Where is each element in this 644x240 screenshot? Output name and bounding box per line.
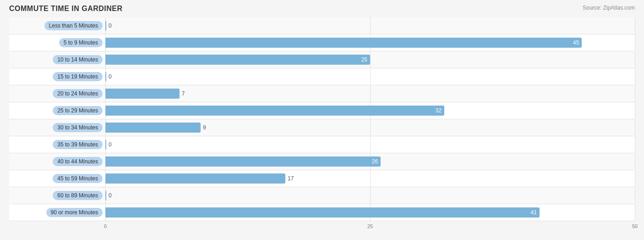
bar-area: 32 — [105, 102, 635, 119]
bar-value-label: 25 — [361, 56, 367, 63]
row-label-cell: 90 or more Minutes — [9, 208, 105, 217]
axis-row: 02550 — [9, 221, 635, 235]
row-label-cell: 35 to 39 Minutes — [9, 140, 105, 149]
table-row: 15 to 19 Minutes0 — [9, 68, 635, 85]
bar-value-label: 0 — [109, 73, 112, 80]
table-row: 90 or more Minutes41 — [9, 204, 635, 221]
bar: 32 — [105, 106, 444, 116]
label-pill: 60 to 89 Minutes — [53, 191, 103, 200]
table-row: 5 to 9 Minutes45 — [9, 34, 635, 51]
table-row: Less than 5 Minutes0 — [9, 17, 635, 34]
grid-line — [635, 68, 635, 85]
bar-area: 45 — [105, 34, 635, 51]
grid-line — [370, 136, 371, 153]
table-row: 30 to 34 Minutes9 — [9, 119, 635, 136]
bar-value-label: 17 — [288, 175, 294, 182]
grid-line — [635, 204, 635, 221]
bar-area: 9 — [105, 119, 635, 136]
label-pill: 5 to 9 Minutes — [59, 38, 103, 47]
bar: 9 — [105, 123, 201, 133]
grid-line — [635, 136, 635, 153]
bar: 17 — [105, 173, 285, 184]
table-row: 35 to 39 Minutes0 — [9, 136, 635, 153]
table-row: 60 to 89 Minutes0 — [9, 187, 635, 204]
axis-tick-label: 0 — [104, 223, 107, 229]
label-pill: Less than 5 Minutes — [44, 21, 103, 30]
label-pill: 20 to 24 Minutes — [53, 89, 103, 98]
label-pill: 25 to 29 Minutes — [53, 106, 103, 115]
axis-tick-label: 25 — [367, 223, 373, 229]
bar-area: 7 — [105, 85, 635, 102]
table-row: 45 to 59 Minutes17 — [9, 170, 635, 187]
row-label-cell: 40 to 44 Minutes — [9, 157, 105, 166]
label-pill: 15 to 19 Minutes — [53, 72, 103, 81]
grid-line — [370, 51, 371, 68]
row-label-cell: 20 to 24 Minutes — [9, 89, 105, 98]
grid-line — [370, 17, 371, 34]
bar: 0 — [105, 21, 106, 31]
label-pill: 10 to 14 Minutes — [53, 55, 103, 64]
table-row: 10 to 14 Minutes25 — [9, 51, 635, 68]
label-pill: 30 to 34 Minutes — [53, 123, 103, 132]
chart-source: Source: ZipAtlas.com — [583, 5, 635, 11]
grid-line — [635, 119, 635, 136]
bar-area: 26 — [105, 153, 635, 170]
bar-area: 0 — [105, 68, 635, 85]
grid-line — [635, 85, 635, 102]
bar-value-label: 7 — [182, 90, 185, 97]
row-label-cell: 45 to 59 Minutes — [9, 174, 105, 183]
bar-value-label: 0 — [109, 22, 112, 29]
bar-area: 0 — [105, 187, 635, 204]
bar-area: 25 — [105, 51, 635, 68]
bar-value-label: 32 — [435, 107, 441, 114]
bar: 26 — [105, 156, 381, 167]
grid-line — [370, 119, 371, 136]
row-label-cell: 10 to 14 Minutes — [9, 55, 105, 64]
bar: 25 — [105, 55, 370, 65]
grid-line — [370, 170, 371, 187]
table-row: 25 to 29 Minutes32 — [9, 102, 635, 119]
grid-line — [370, 85, 371, 102]
chart-container: Less than 5 Minutes05 to 9 Minutes4510 t… — [9, 17, 635, 235]
table-row: 20 to 24 Minutes7 — [9, 85, 635, 102]
bar: 7 — [105, 89, 180, 99]
bar-area: 0 — [105, 17, 635, 34]
label-pill: 90 or more Minutes — [46, 208, 103, 217]
row-label-cell: 15 to 19 Minutes — [9, 72, 105, 81]
bar-value-label: 9 — [203, 124, 206, 131]
bar-area: 41 — [105, 204, 635, 221]
bar: 0 — [105, 140, 106, 150]
grid-line — [635, 17, 635, 34]
row-label-cell: 25 to 29 Minutes — [9, 106, 105, 115]
grid-line — [635, 153, 635, 170]
bar: 41 — [105, 207, 540, 218]
grid-line — [635, 102, 635, 119]
label-pill: 40 to 44 Minutes — [53, 157, 103, 166]
bar-value-label: 0 — [109, 192, 112, 199]
bar-area: 17 — [105, 170, 635, 187]
row-label-cell: 60 to 89 Minutes — [9, 191, 105, 200]
grid-line — [635, 187, 635, 204]
grid-line — [635, 170, 635, 187]
axis-area: 02550 — [105, 221, 635, 235]
grid-line — [370, 187, 371, 204]
row-label-cell: 5 to 9 Minutes — [9, 38, 105, 47]
bar-value-label: 45 — [573, 39, 579, 46]
bar-value-label: 0 — [109, 141, 112, 148]
label-pill: 45 to 59 Minutes — [53, 174, 103, 183]
bar-value-label: 26 — [372, 158, 378, 165]
table-row: 40 to 44 Minutes26 — [9, 153, 635, 170]
bar: 45 — [105, 38, 582, 48]
bar: 0 — [105, 190, 106, 201]
row-label-cell: 30 to 34 Minutes — [9, 123, 105, 132]
axis-tick-label: 50 — [632, 223, 638, 229]
row-label-cell: Less than 5 Minutes — [9, 21, 105, 30]
chart-title: COMMUTE TIME IN GARDINER — [9, 5, 123, 13]
grid-line — [635, 34, 635, 51]
bar-area: 0 — [105, 136, 635, 153]
grid-line — [635, 51, 635, 68]
grid-line — [370, 68, 371, 85]
bar: 0 — [105, 72, 106, 82]
chart-header: COMMUTE TIME IN GARDINER Source: ZipAtla… — [9, 5, 635, 13]
label-pill: 35 to 39 Minutes — [53, 140, 103, 149]
